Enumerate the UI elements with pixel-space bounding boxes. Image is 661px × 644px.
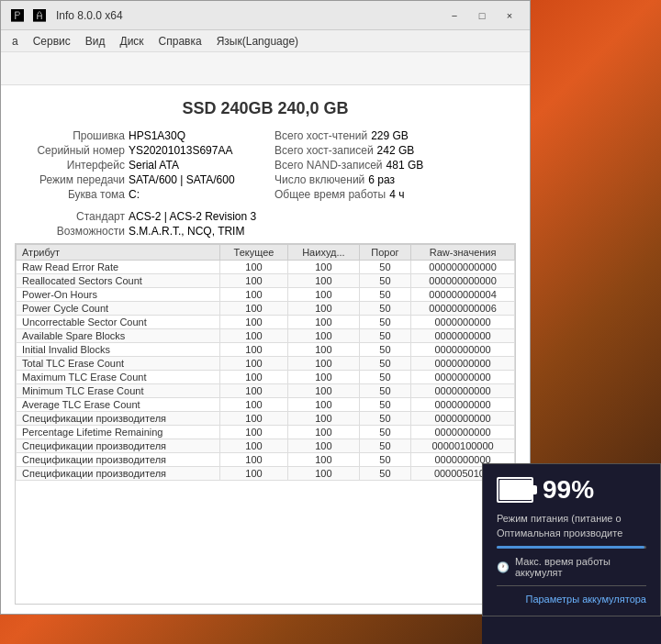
cell-raw: 0000000000 (411, 384, 515, 398)
firmware-label: Прошивка (15, 129, 125, 142)
table-row: Power-On Hours 100 100 50 000000000004 (17, 288, 515, 302)
table-row: Спецификации производителя 100 100 50 00… (17, 453, 515, 467)
battery-percent: 99% (543, 475, 594, 505)
cell-attribute: Power-On Hours (17, 288, 220, 302)
cell-raw: 0000000000 (411, 343, 515, 357)
battery-time-row: 🕐 Макс. время работы аккумулят (497, 556, 646, 578)
col-current: Текущее (219, 245, 287, 261)
cell-attribute: Percentage Lifetime Remaining (17, 426, 220, 439)
cell-raw: 0000000000 (411, 357, 515, 371)
menu-item-language[interactable]: Язык(Language) (209, 33, 306, 50)
features-label: Возможности (15, 225, 125, 238)
cell-current: 100 (219, 439, 287, 453)
cell-current: 100 (219, 371, 287, 384)
cell-worst: 100 (288, 288, 360, 302)
table-row: Initial Invalid Blocks 100 100 50 000000… (17, 343, 515, 357)
table-row: Average TLC Erase Count 100 100 50 00000… (17, 398, 515, 412)
minimize-button[interactable]: − (442, 6, 467, 26)
table-row: Percentage Lifetime Remaining 100 100 50… (17, 426, 515, 439)
volume-label: Буква тома (15, 188, 125, 201)
cell-worst: 100 (288, 261, 360, 274)
battery-bar-fill (497, 546, 644, 549)
cell-attribute: Raw Read Error Rate (17, 261, 220, 274)
close-button[interactable]: × (497, 6, 522, 26)
menu-item-help[interactable]: Справка (151, 33, 209, 50)
power-count-value: 6 раз (368, 173, 395, 186)
info-right: Всего хост-чтений 229 GB Всего хост-запи… (274, 129, 516, 203)
cell-worst: 100 (288, 426, 360, 439)
standard-value: ACS-2 | ACS-2 Revision 3 (129, 210, 256, 223)
menu-item-disk[interactable]: Диск (113, 33, 151, 50)
cell-worst: 100 (288, 439, 360, 453)
table-row: Total TLC Erase Count 100 100 50 0000000… (17, 357, 515, 371)
battery-status-line2: Оптимальная производите (497, 527, 646, 540)
features-value: S.M.A.R.T., NCQ, TRIM (129, 225, 244, 238)
cell-threshold: 50 (359, 467, 410, 481)
cell-raw: 0000000000 (411, 398, 515, 412)
window-title: Info 8.0.0 x64 (56, 9, 442, 22)
cell-worst: 100 (288, 371, 360, 384)
cell-raw: 000000000000 (411, 274, 515, 288)
cell-current: 100 (219, 329, 287, 343)
cell-threshold: 50 (359, 398, 410, 412)
cell-worst: 100 (288, 302, 360, 316)
taskbar (482, 616, 661, 644)
power-count-label: Число включений (274, 173, 364, 186)
cell-raw: 0000000000 (411, 316, 515, 329)
firmware-value: HPS1A30Q (129, 129, 185, 142)
transfer-value: SATA/600 | SATA/600 (129, 173, 235, 186)
cell-raw: 0000000000 (411, 371, 515, 384)
maximize-button[interactable]: □ (469, 6, 495, 26)
table-row: Спецификации производителя 100 100 50 00… (17, 412, 515, 426)
firmware-row: Прошивка HPS1A30Q (15, 129, 256, 142)
cell-raw: 000000000006 (411, 302, 515, 316)
battery-link[interactable]: Параметры аккумулятора (497, 585, 646, 605)
table-row: Спецификации производителя 100 100 50 00… (17, 439, 515, 453)
reads-label: Всего хост-чтений (274, 129, 367, 142)
cell-current: 100 (219, 467, 287, 481)
nand-label: Всего NAND-записей (274, 159, 383, 172)
volume-value: C: (129, 188, 140, 201)
cell-current: 100 (219, 274, 287, 288)
cell-worst: 100 (288, 274, 360, 288)
menu-item-service[interactable]: Сервис (26, 33, 78, 50)
cell-current: 100 (219, 426, 287, 439)
menu-bar: а Сервис Вид Диск Справка Язык(Language) (1, 30, 530, 52)
reads-row: Всего хост-чтений 229 GB (274, 129, 516, 142)
menu-item-a[interactable]: а (5, 33, 26, 50)
writes-row: Всего хост-записей 242 GB (274, 144, 516, 157)
table-row: Raw Read Error Rate 100 100 50 000000000… (17, 261, 515, 274)
cell-current: 100 (219, 384, 287, 398)
title-bar-icons: 🅿 🅰 (8, 6, 49, 25)
table-scroll[interactable]: Атрибут Текущее Наихуд... Порог Raw-знач… (16, 244, 515, 481)
cell-current: 100 (219, 302, 287, 316)
cell-attribute: Спецификации производителя (17, 439, 220, 453)
nand-row: Всего NAND-записей 481 GB (274, 159, 516, 172)
cell-raw: 000000000000 (411, 261, 515, 274)
nand-value: 481 GB (387, 159, 424, 172)
smart-table-container: Атрибут Текущее Наихуд... Порог Raw-знач… (15, 243, 516, 605)
smart-table: Атрибут Текущее Наихуд... Порог Raw-знач… (16, 244, 515, 481)
cell-worst: 100 (288, 329, 360, 343)
col-worst: Наихуд... (288, 245, 360, 261)
table-row: Reallocated Sectors Count 100 100 50 000… (17, 274, 515, 288)
battery-time-label: Макс. время работы аккумулят (515, 556, 646, 578)
standard-row: Стандарт ACS-2 | ACS-2 Revision 3 (15, 210, 516, 223)
cell-worst: 100 (288, 412, 360, 426)
battery-header-row: 99% (497, 475, 646, 505)
cell-attribute: Initial Invalid Blocks (17, 343, 220, 357)
cell-threshold: 50 (359, 412, 410, 426)
cell-worst: 100 (288, 453, 360, 467)
battery-icon (497, 477, 533, 503)
clock-icon: 🕐 (497, 561, 510, 573)
cell-worst: 100 (288, 467, 360, 481)
menu-item-view[interactable]: Вид (78, 33, 113, 50)
interface-row: Интерфейс Serial ATA (15, 159, 256, 172)
cell-worst: 100 (288, 398, 360, 412)
features-row: Возможности S.M.A.R.T., NCQ, TRIM (15, 225, 516, 238)
cell-current: 100 (219, 357, 287, 371)
table-row: Minimum TLC Erase Count 100 100 50 00000… (17, 384, 515, 398)
transfer-row: Режим передачи SATA/600 | SATA/600 (15, 173, 256, 186)
battery-popup: 99% Режим питания (питание о Оптимальная… (482, 463, 661, 616)
cell-attribute: Minimum TLC Erase Count (17, 384, 220, 398)
